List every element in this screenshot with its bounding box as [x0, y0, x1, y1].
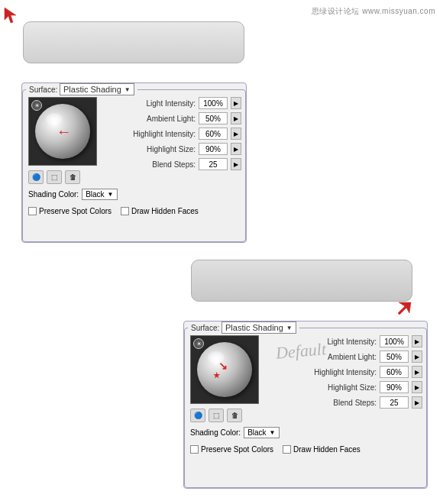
panel1-shading-arrow: ▼ — [108, 191, 114, 198]
panel2-shading-dropdown[interactable]: Black ▼ — [244, 427, 279, 438]
panel1-value-blend-steps[interactable]: 25 — [199, 158, 228, 170]
panel1-row-ambient-light: Ambient Light: 50% ▶ — [102, 112, 241, 124]
panel1-legend-text: Surface: — [29, 86, 57, 94]
panel2-sphere-preview[interactable]: ↘ ★ ☀ — [190, 335, 259, 404]
panel2-shading-row: Shading Color: Black ▼ — [190, 427, 280, 438]
panel2-surface-value: Plastic Shading — [225, 323, 283, 332]
panel1-value-ambient-light[interactable]: 50% — [199, 112, 228, 124]
panel1-surface-value: Plastic Shading — [63, 85, 121, 94]
panel1-row-highlight-size: Highlight Size: 90% ▶ — [102, 143, 241, 155]
panel2-row-light-intensity: Light Intensity: 100% ▶ — [264, 335, 422, 347]
svg-marker-0 — [5, 8, 16, 23]
panel2-value-ambient-light[interactable]: 50% — [380, 351, 409, 363]
panel2-arrow-highlight-intensity[interactable]: ▶ — [412, 366, 422, 378]
panel1-arrow-ambient-light[interactable]: ▶ — [231, 112, 241, 124]
panel1-dropdown-arrow: ▼ — [124, 86, 131, 93]
panel2-icon-btn2[interactable]: ⬚ — [209, 409, 224, 422]
panel2-value-blend-steps[interactable]: 25 — [380, 396, 409, 409]
panel1-label-blend-steps: Blend Steps: — [102, 160, 196, 169]
panel2-surface-settings: Surface: Plastic Shading ▼ Default ↘ ★ ☀… — [183, 321, 428, 489]
svg-marker-1 — [398, 302, 411, 315]
panel2-value-light-intensity[interactable]: 100% — [380, 335, 409, 347]
panel1-shading-dropdown[interactable]: Black ▼ — [82, 189, 117, 200]
panel1-value-light-intensity[interactable]: 100% — [199, 97, 228, 109]
panel1-arrow-highlight-size[interactable]: ▶ — [231, 143, 241, 155]
panel1-checkboxes: Preserve Spot Colors Draw Hidden Faces — [28, 207, 199, 215]
panel1-surface-settings: Surface: Plastic Shading ▼ ← ☀ 🔵 ⬚ 🗑 Lig… — [21, 82, 247, 243]
panel1-label-ambient-light: Ambient Light: — [102, 115, 196, 123]
panel1-icon-row: 🔵 ⬚ 🗑 — [28, 170, 80, 184]
panel2-value-highlight-size[interactable]: 90% — [380, 381, 409, 393]
panel2-label-highlight-intensity: Highlight Intensity: — [264, 368, 377, 376]
panel1-sphere-preview[interactable]: ← ☀ — [28, 97, 97, 166]
arrow-cursor-bottomright — [388, 298, 412, 324]
panel1-value-highlight-intensity[interactable]: 60% — [199, 128, 228, 140]
panel2-shading-label: Shading Color: — [190, 428, 241, 437]
panel1-sphere-icon: ☀ — [31, 100, 42, 111]
panel2-legend: Surface: Plastic Shading ▼ — [188, 321, 299, 334]
panel1-row-light-intensity: Light Intensity: 100% ▶ — [102, 97, 241, 109]
panel1-controls: Light Intensity: 100% ▶ Ambient Light: 5… — [102, 97, 241, 173]
panel1-icon-btn1[interactable]: 🔵 — [28, 170, 44, 184]
panel1-checkbox-hidden-box[interactable] — [121, 207, 129, 215]
panel2-icon-btn3[interactable]: 🗑 — [227, 409, 242, 422]
panel2-row-blend-steps: Blend Steps: 25 ▶ — [264, 396, 422, 409]
panel1-arrow-highlight-intensity[interactable]: ▶ — [231, 128, 241, 140]
panel2-checkbox-spot-label: Preserve Spot Colors — [201, 445, 273, 454]
panel2-label-ambient-light: Ambient Light: — [264, 353, 377, 361]
panel2-label-highlight-size: Highlight Size: — [264, 383, 377, 392]
panel2-arrow-blend-steps[interactable]: ▶ — [412, 396, 422, 409]
watermark-text: 思绿设计论坛 www.missyuan.com — [312, 6, 435, 17]
panel2-label-light-intensity: Light Intensity: — [264, 338, 377, 346]
panel1-sphere — [35, 104, 90, 159]
panel1-surface-dropdown[interactable]: Plastic Shading ▼ — [60, 83, 134, 95]
panel1-checkbox-spot-colors[interactable]: Preserve Spot Colors — [28, 207, 112, 215]
panel2-dropdown-arrow: ▼ — [286, 325, 293, 331]
panel1-arrow-light-intensity[interactable]: ▶ — [231, 97, 241, 109]
panel1-icon-btn2[interactable]: ⬚ — [47, 170, 62, 184]
panel1-sphere-highlight — [46, 113, 63, 125]
panel1-shading-value: Black — [86, 190, 104, 199]
panel1-arrow-blend-steps[interactable]: ▶ — [231, 158, 241, 170]
panel2-shading-value: Black — [247, 428, 266, 437]
panel1-row-blend-steps: Blend Steps: 25 ▶ — [102, 158, 241, 170]
panel1-checkbox-spot-box[interactable] — [28, 207, 37, 215]
panel2-controls: Light Intensity: 100% ▶ Ambient Light: 5… — [264, 335, 422, 412]
panel2-icon-btn1[interactable]: 🔵 — [190, 409, 205, 422]
panel2-row-ambient-light: Ambient Light: 50% ▶ — [264, 351, 422, 363]
panel2-arrow-light-intensity[interactable]: ▶ — [412, 335, 422, 347]
panel2-legend-text: Surface: — [191, 324, 219, 332]
panel2-sphere-icon: ☀ — [193, 338, 204, 349]
panel2-value-highlight-intensity[interactable]: 60% — [380, 366, 409, 378]
panel1-row-highlight-intensity: Highlight Intensity: 60% ▶ — [102, 128, 241, 140]
panel2-sphere — [197, 342, 252, 397]
panel2-surface-dropdown[interactable]: Plastic Shading ▼ — [222, 321, 296, 334]
panel2-arrow-ambient-light[interactable]: ▶ — [412, 351, 422, 363]
panel2-sphere-highlight — [208, 351, 225, 363]
panel1-legend: Surface: Plastic Shading ▼ — [26, 83, 137, 95]
panel2-checkbox-hidden-faces[interactable]: Draw Hidden Faces — [283, 445, 361, 454]
panel1-shading-label: Shading Color: — [28, 190, 79, 199]
panel2-shading-arrow: ▼ — [270, 429, 276, 436]
panel1-value-highlight-size[interactable]: 90% — [199, 143, 228, 155]
panel2-checkbox-hidden-label: Draw Hidden Faces — [293, 445, 361, 454]
panel1-label-highlight-intensity: Highlight Intensity: — [102, 130, 196, 138]
panel2-arrow-highlight-size[interactable]: ▶ — [412, 381, 422, 393]
panel2-row-highlight-intensity: Highlight Intensity: 60% ▶ — [264, 366, 422, 378]
panel1-icon-btn3[interactable]: 🗑 — [65, 170, 80, 184]
panel2-checkbox-spot-colors[interactable]: Preserve Spot Colors — [190, 445, 273, 454]
bottom-gradient-bar — [191, 260, 412, 302]
panel2-row-highlight-size: Highlight Size: 90% ▶ — [264, 381, 422, 393]
panel1-checkbox-hidden-faces[interactable]: Draw Hidden Faces — [121, 207, 199, 215]
panel1-checkbox-hidden-label: Draw Hidden Faces — [131, 207, 199, 215]
panel2-checkbox-hidden-box[interactable] — [283, 445, 291, 454]
panel2-checkbox-spot-box[interactable] — [190, 445, 199, 454]
panel1-shading-row: Shading Color: Black ▼ — [28, 189, 118, 200]
panel1-checkbox-spot-label: Preserve Spot Colors — [39, 207, 112, 215]
panel1-label-light-intensity: Light Intensity: — [102, 99, 196, 108]
panel2-checkboxes: Preserve Spot Colors Draw Hidden Faces — [190, 445, 361, 454]
panel2-label-blend-steps: Blend Steps: — [264, 399, 377, 407]
top-gradient-bar — [23, 21, 244, 63]
panel1-label-highlight-size: Highlight Size: — [102, 145, 196, 153]
panel2-icon-row: 🔵 ⬚ 🗑 — [190, 409, 242, 422]
